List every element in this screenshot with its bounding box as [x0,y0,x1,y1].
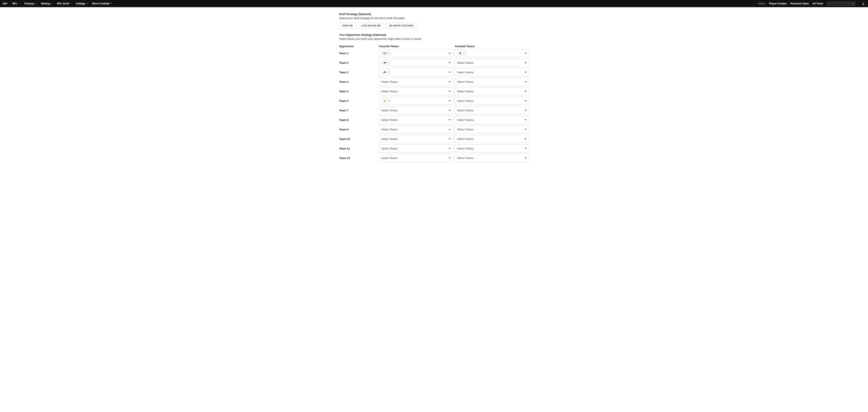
search-input[interactable] [827,1,856,6]
draft-strategy-subtitle: Select your draft strategy for the Mock … [339,16,529,20]
remove-chip-button[interactable]: × [388,71,389,73]
select-placeholder: Select Teams [457,128,474,131]
opponent-row: Team 12Select TeamsSelect Teams [339,154,529,162]
opponent-label: Team 5 [339,90,377,93]
chevron-down-icon [18,3,20,4]
favorite-teams-select[interactable]: W× [379,97,453,105]
nav-link-premium-stats[interactable]: Premium Stats [790,2,809,5]
favorite-teams-select[interactable]: Select Teams [379,135,453,143]
svg-point-2 [863,3,864,4]
avoided-teams-select[interactable]: Select Teams [455,144,529,152]
favorite-teams-select[interactable]: Select Teams [379,87,453,95]
avoided-teams-select[interactable]: Select Teams [455,125,529,133]
account-button[interactable] [859,0,868,7]
chevron-down-icon [70,3,71,4]
strategy-option-qb-wr-te-stacking[interactable]: QB-WR/TE STACKING [386,23,416,29]
draft-strategy-options: ZERO RBLATE-ROUND QBQB-WR/TE STACKING [339,23,529,29]
select-placeholder: Select Teams [457,109,474,112]
favorite-teams-select[interactable]: Select Teams [379,154,453,162]
avoided-teams-select[interactable]: Select Teams [455,68,529,76]
avoided-teams-select[interactable]: Select Teams [455,154,529,162]
opponent-row: Team 1ny×× [339,49,529,57]
favorite-teams-select[interactable]: Select Teams [379,125,453,133]
team-chip-nyg: ny× [381,51,391,56]
nav-item-betting[interactable]: Betting [39,0,55,7]
nav-link-all-tools[interactable]: All Tools [812,2,823,5]
favorite-teams-select[interactable]: Select Teams [379,116,453,124]
opponent-label: Team 4 [339,80,377,83]
nav-item-nfl[interactable]: NFL [10,0,22,7]
nav-link-player-grades[interactable]: Player Grades [769,2,787,5]
avoided-teams-select[interactable]: Select Teams [455,116,529,124]
select-placeholder: Select Teams [381,118,398,122]
primary-nav: NFLFantasyBettingNFL DraftCollegeMore Fo… [10,0,114,7]
chevron-down-icon [448,91,451,92]
remove-chip-button[interactable]: × [388,100,389,102]
select-placeholder: Select Teams [457,118,474,122]
col-favorite: Favorite Teams [379,45,453,48]
opponent-label: Team 2 [339,61,377,64]
avoided-teams-select[interactable]: Select Teams [455,59,529,67]
chevron-down-icon [448,119,451,121]
site-logo[interactable]: PFF [0,0,10,7]
nav-item-fantasy[interactable]: Fantasy [22,0,39,7]
favorite-teams-select[interactable]: Select Teams [379,78,453,86]
select-placeholder: Select Teams [457,99,474,102]
avoided-teams-select[interactable]: Select Teams [455,78,529,86]
nav-item-college[interactable]: College [73,0,90,7]
remove-chip-button[interactable]: × [388,61,389,64]
search-icon [852,2,855,5]
opponent-label: Team 8 [339,118,377,122]
chevron-down-icon [525,138,527,139]
remove-chip-button[interactable]: × [388,52,389,55]
opponent-label: Team 10 [339,137,377,141]
select-placeholder: Select Teams [457,90,474,93]
opponent-row: Team 6W×Select Teams [339,97,529,105]
chevron-down-icon [448,53,451,54]
strategy-option-late-round-qb[interactable]: LATE-ROUND QB [358,23,384,29]
opponent-row: Team 8Select TeamsSelect Teams [339,116,529,124]
favorite-teams-select[interactable]: × [379,59,453,67]
opponents-grid-header: Opponents Favorite Teams Avoided Teams [339,43,529,49]
opponents-strategy-subtitle: Select teams you think your opponents mi… [339,37,529,40]
opponent-row: Team 3×Select Teams [339,68,529,76]
avoided-teams-select[interactable]: × [455,49,529,57]
favorite-teams-select[interactable]: ny× [379,49,453,57]
nav-item-nfl-draft[interactable]: NFL Draft [55,0,74,7]
select-placeholder: Select Teams [381,90,398,93]
opponent-row: Team 9Select TeamsSelect Teams [339,125,529,133]
chevron-down-icon [525,129,527,130]
user-icon [862,2,865,5]
favorite-teams-select[interactable]: × [379,68,453,76]
avoided-teams-select[interactable]: Select Teams [455,135,529,143]
secondary-nav: TOOLS Player GradesPremium StatsAll Tool… [754,0,859,7]
col-avoided: Avoided Teams [455,45,529,48]
main-content: Draft Strategy (Optional) Select your dr… [339,7,529,172]
chevron-down-icon [525,148,527,149]
chevron-down-icon [448,62,451,63]
chevron-down-icon [525,100,527,101]
favorite-teams-select[interactable]: Select Teams [379,106,453,114]
svg-text:W: W [383,100,386,102]
avoided-teams-select[interactable]: Select Teams [455,87,529,95]
select-placeholder: Select Teams [381,147,398,150]
opponent-row: Team 4Select TeamsSelect Teams [339,78,529,86]
chevron-down-icon [448,100,451,101]
team-chip-ne: × [381,60,391,65]
team-logo-icon [383,71,386,74]
avoided-teams-select[interactable]: Select Teams [455,106,529,114]
strategy-option-zero-rb[interactable]: ZERO RB [339,23,356,29]
avoided-teams-select[interactable]: Select Teams [455,97,529,105]
chevron-down-icon [525,91,527,92]
svg-marker-5 [459,52,461,54]
opponent-label: Team 11 [339,147,377,150]
remove-chip-button[interactable]: × [463,52,465,55]
chevron-down-icon [448,81,451,82]
tools-label: TOOLS [754,0,766,7]
svg-point-0 [852,3,854,4]
chevron-down-icon [525,119,527,121]
nav-item-more-football[interactable]: More Football [90,0,114,7]
opponent-label: Team 3 [339,71,377,74]
select-placeholder: Select Teams [457,157,474,160]
favorite-teams-select[interactable]: Select Teams [379,144,453,152]
